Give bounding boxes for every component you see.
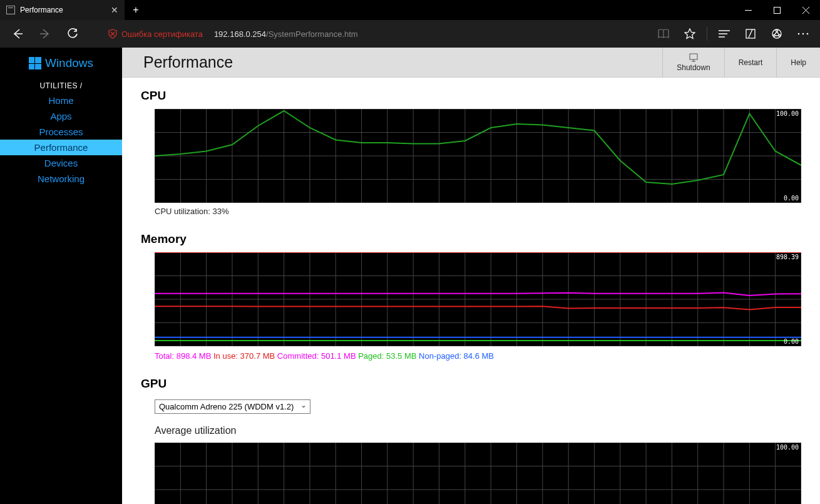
new-tab-button[interactable]: + (125, 0, 146, 20)
restart-button[interactable]: Restart (724, 48, 777, 78)
page-title: Performance (143, 53, 233, 71)
sidebar-item-processes[interactable]: Processes (0, 124, 122, 140)
cpu-ymax: 100.00 (776, 110, 799, 117)
shutdown-label: Shutdown (677, 63, 710, 72)
windows-icon (29, 57, 41, 69)
browser-toolbar: Ошибка сертификата 192.168.0.254/SystemP… (0, 20, 820, 48)
svg-point-18 (802, 33, 804, 35)
memory-legend: Total: 898.4 MB In use: 370.7 MB Committ… (155, 351, 801, 361)
memory-section: Memory 898.39 0.00 Total: 898.4 MB In us… (122, 221, 820, 366)
memory-heading: Memory (141, 232, 801, 246)
memory-ymax: 898.39 (776, 254, 799, 260)
shield-icon (108, 29, 118, 39)
restart-label: Restart (739, 58, 763, 67)
brand-text: Windows (45, 56, 93, 70)
svg-point-14 (776, 30, 778, 32)
svg-rect-20 (690, 54, 697, 59)
help-button[interactable]: Help (776, 48, 820, 78)
svg-point-17 (798, 33, 800, 35)
window-close-button[interactable] (791, 0, 820, 20)
page-header: Performance Shutdown Restart Help (122, 48, 820, 78)
tab-title: Performance (20, 6, 63, 14)
power-icon (689, 53, 699, 62)
share-icon[interactable] (765, 22, 789, 46)
memory-ymin: 0.00 (784, 338, 799, 345)
reading-view-icon[interactable] (652, 22, 675, 46)
help-label: Help (791, 58, 806, 67)
sidebar: Windows UTILITIES / Home Apps Processes … (0, 48, 122, 504)
gpu-chart: 100.00 (155, 443, 801, 504)
cpu-section: CPU 100.00 0.00 CPU utilization: 33% (122, 78, 820, 221)
cpu-caption: CPU utilization: 33% (155, 207, 801, 216)
page-icon (6, 6, 15, 14)
refresh-button[interactable] (60, 21, 85, 46)
favorite-icon[interactable] (678, 22, 702, 46)
svg-rect-1 (774, 7, 780, 13)
cpu-heading: CPU (141, 89, 801, 103)
memory-chart: 898.39 0.00 (155, 252, 801, 346)
sidebar-item-networking[interactable]: Networking (0, 171, 122, 187)
content-area[interactable]: Performance Shutdown Restart Help CPU 10… (122, 48, 820, 504)
gpu-select[interactable]: Qualcomm Adreno 225 (WDDM v1.2) (155, 399, 310, 414)
shutdown-button[interactable]: Shutdown (662, 48, 724, 78)
sidebar-section-heading: UTILITIES / (0, 81, 122, 90)
certificate-error[interactable]: Ошибка сертификата (108, 29, 203, 39)
address-bar[interactable]: 192.168.0.254/SystemPerformance.htm (214, 29, 358, 39)
svg-point-19 (807, 33, 809, 35)
more-icon[interactable] (791, 22, 815, 46)
url-host: 192.168.0.254 (214, 29, 266, 39)
cpu-chart: 100.00 0.00 (155, 109, 801, 203)
cpu-ymin: 0.00 (784, 195, 799, 202)
hub-icon[interactable] (712, 22, 736, 46)
webnote-icon[interactable] (739, 22, 762, 46)
url-path: /SystemPerformance.htm (266, 29, 358, 39)
close-tab-icon[interactable]: ✕ (111, 5, 118, 15)
gpu-ymax: 100.00 (776, 444, 799, 451)
forward-button[interactable] (33, 21, 58, 46)
back-button[interactable] (5, 21, 30, 46)
gpu-subheading: Average utilization (155, 425, 801, 436)
sidebar-item-home[interactable]: Home (0, 93, 122, 108)
sidebar-item-devices[interactable]: Devices (0, 155, 122, 171)
browser-titlebar: Performance ✕ + (0, 0, 820, 20)
windows-logo: Windows (0, 56, 122, 70)
sidebar-item-apps[interactable]: Apps (0, 108, 122, 124)
sidebar-item-performance[interactable]: Performance (0, 140, 122, 155)
window-minimize-button[interactable] (734, 0, 762, 20)
cert-error-text: Ошибка сертификата (121, 29, 203, 39)
gpu-section: GPU Qualcomm Adreno 225 (WDDM v1.2) Aver… (122, 366, 820, 504)
window-maximize-button[interactable] (762, 0, 791, 20)
browser-tab[interactable]: Performance ✕ (0, 0, 125, 20)
gpu-heading: GPU (141, 377, 801, 391)
